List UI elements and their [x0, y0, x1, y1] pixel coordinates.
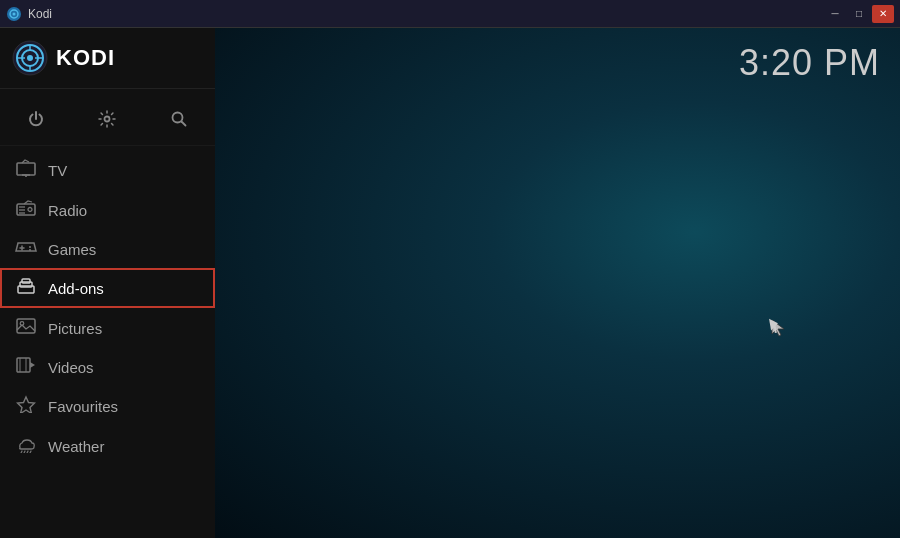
sidebar-header: KODI — [0, 28, 215, 89]
favourites-icon — [12, 395, 40, 417]
videos-icon — [12, 357, 40, 377]
sidebar-item-videos[interactable]: Videos — [0, 348, 215, 386]
sidebar-item-tv-label: TV — [48, 162, 67, 179]
app-name: KODI — [56, 45, 115, 71]
svg-point-6 — [27, 55, 33, 61]
games-icon — [12, 239, 40, 259]
svg-rect-13 — [17, 163, 35, 175]
sidebar-item-pictures-label: Pictures — [48, 320, 102, 337]
sidebar-item-tv[interactable]: TV — [0, 150, 215, 190]
sidebar-item-videos-label: Videos — [48, 359, 94, 376]
close-button[interactable]: ✕ — [872, 5, 894, 23]
svg-line-37 — [27, 451, 28, 453]
search-button[interactable] — [159, 101, 199, 137]
addons-icon — [12, 277, 40, 299]
sidebar-item-addons-label: Add-ons — [48, 280, 104, 297]
svg-rect-28 — [17, 319, 35, 333]
svg-rect-30 — [17, 358, 30, 372]
svg-line-35 — [21, 451, 22, 453]
sidebar: KODI — [0, 28, 215, 538]
svg-line-36 — [24, 451, 25, 453]
nav-items: TV Radio — [0, 146, 215, 528]
svg-marker-39 — [772, 320, 784, 336]
svg-marker-34 — [18, 397, 35, 413]
svg-point-2 — [13, 12, 16, 15]
sidebar-actions — [0, 89, 215, 146]
tv-icon — [12, 159, 40, 181]
sidebar-item-weather[interactable]: Weather — [0, 426, 215, 466]
sidebar-item-pictures[interactable]: Pictures — [0, 308, 215, 348]
pictures-icon — [12, 317, 40, 339]
sidebar-item-weather-label: Weather — [48, 438, 104, 455]
main-layout: KODI — [0, 28, 900, 538]
svg-point-24 — [29, 249, 31, 251]
titlebar: Kodi ─ □ ✕ — [0, 0, 900, 28]
window-title: Kodi — [28, 7, 824, 21]
svg-rect-27 — [22, 279, 30, 283]
minimize-button[interactable]: ─ — [824, 5, 846, 23]
svg-point-11 — [105, 117, 110, 122]
svg-point-17 — [28, 208, 32, 212]
maximize-button[interactable]: □ — [848, 5, 870, 23]
sidebar-item-radio[interactable]: Radio — [0, 190, 215, 230]
weather-icon — [12, 435, 40, 457]
svg-marker-33 — [30, 362, 35, 368]
radio-icon — [12, 199, 40, 221]
sidebar-item-addons[interactable]: Add-ons — [0, 268, 215, 308]
content-area: 3:20 PM — [215, 28, 900, 538]
sidebar-item-games[interactable]: Games — [0, 230, 215, 268]
power-button[interactable] — [16, 101, 56, 137]
kodi-logo-icon — [12, 40, 48, 76]
app-icon — [6, 6, 22, 22]
sidebar-item-radio-label: Radio — [48, 202, 87, 219]
clock-display: 3:20 PM — [739, 42, 880, 84]
settings-button[interactable] — [87, 101, 127, 137]
svg-point-23 — [29, 246, 31, 248]
svg-line-38 — [30, 451, 31, 453]
sidebar-item-games-label: Games — [48, 241, 96, 258]
window-controls: ─ □ ✕ — [824, 5, 894, 23]
sidebar-item-favourites-label: Favourites — [48, 398, 118, 415]
sidebar-item-favourites[interactable]: Favourites — [0, 386, 215, 426]
